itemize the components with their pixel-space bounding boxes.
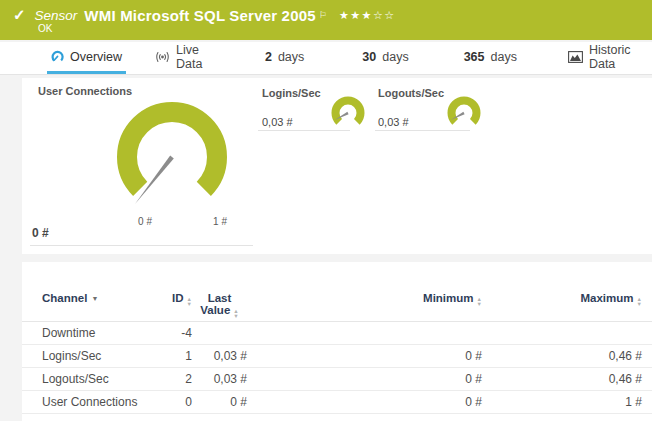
flag-icon[interactable]: ⚐ [319, 10, 327, 20]
gauge-scale-max: 1 # [205, 216, 235, 227]
maximum-value: 1 # [482, 395, 642, 409]
column-header-minimum[interactable]: Minimum▲▼ [247, 292, 482, 306]
channel-name: Logouts/Sec [42, 372, 162, 386]
channel-id: 0 [162, 395, 192, 409]
channel-name: Downtime [42, 326, 162, 340]
object-kind-label: Sensor [35, 8, 78, 23]
table-row-logouts-sec[interactable]: Logouts/Sec 2 0,03 # 0 # 0,46 # [22, 368, 652, 391]
logouts-gauge [444, 92, 484, 132]
tab-label: days [382, 50, 408, 64]
channel-name: Logins/Sec [42, 349, 162, 363]
priority-stars[interactable]: ★★★☆☆ [339, 9, 396, 22]
column-header-last-value[interactable]: Last Value▲▼ [192, 292, 247, 318]
broadcast-icon [155, 51, 170, 63]
tab-30-days[interactable]: 30 days [358, 42, 412, 74]
channel-table-header: Channel▼ ID▲▼ Last Value▲▼ Minimum▲▼ Max… [22, 262, 652, 322]
primary-gauge-value: 0 # [32, 226, 49, 240]
status-check-icon: ✓ [13, 6, 26, 24]
channel-table-panel: Channel▼ ID▲▼ Last Value▲▼ Minimum▲▼ Max… [22, 262, 652, 421]
tab-number: 2 [265, 50, 272, 64]
tab-label: Live Data [176, 43, 219, 71]
tab-live-data[interactable]: Live Data [151, 42, 223, 74]
column-label: Last Value [200, 292, 231, 316]
tab-2-days[interactable]: 2 days [261, 42, 308, 74]
area-chart-icon [568, 51, 583, 63]
logouts-gauge-value: 0,03 # [378, 116, 409, 128]
logins-gauge-title: Logins/Sec [262, 87, 321, 99]
sort-both-icon: ▲▼ [637, 297, 642, 306]
channel-id: 1 [162, 349, 192, 363]
minimum-value: 0 # [247, 372, 482, 386]
tab-historic-data[interactable]: Historic Data [564, 42, 652, 74]
sensor-status-text: OK [38, 23, 52, 34]
column-header-id[interactable]: ID▲▼ [162, 292, 192, 306]
tab-label: Historic Data [589, 43, 648, 71]
maximum-value: 0,46 # [482, 372, 642, 386]
column-header-channel[interactable]: Channel▼ [42, 292, 162, 304]
minimum-value: 0 # [247, 349, 482, 363]
minimum-value: 0 # [247, 395, 482, 409]
channel-id: 2 [162, 372, 192, 386]
tab-overview[interactable]: Overview [47, 42, 126, 74]
sort-both-icon: ▲▼ [233, 309, 238, 318]
tab-365-days[interactable]: 365 days [460, 42, 521, 74]
table-row-logins-sec[interactable]: Logins/Sec 1 0,03 # 0 # 0,46 # [22, 345, 652, 368]
user-connections-gauge [107, 90, 237, 230]
column-label: Minimum [423, 292, 473, 304]
column-label: Maximum [581, 292, 634, 304]
gauge-icon [51, 50, 64, 63]
divider [258, 130, 350, 131]
sensor-title: WMI Microsoft SQL Server 2005 [84, 7, 315, 24]
channel-id: -4 [162, 326, 192, 340]
gauge-scale-min: 0 # [130, 216, 160, 227]
table-row-downtime[interactable]: Downtime -4 [22, 322, 652, 345]
sensor-status-bar: ✓ Sensor WMI Microsoft SQL Server 2005 ⚐… [0, 0, 652, 40]
maximum-value: 0,46 # [482, 349, 642, 363]
column-label: Channel [42, 292, 87, 304]
divider [30, 245, 253, 246]
divider [375, 130, 470, 131]
tab-label: days [278, 50, 304, 64]
last-value: 0,03 # [192, 349, 247, 363]
logins-gauge [328, 92, 368, 132]
column-header-maximum[interactable]: Maximum▲▼ [482, 292, 642, 306]
sort-descending-icon: ▼ [91, 295, 98, 302]
tab-number: 365 [464, 50, 485, 64]
last-value: 0 # [192, 395, 247, 409]
tab-bar: Overview Live Data 2 days 30 days 365 da… [0, 42, 652, 75]
column-label: ID [172, 292, 184, 304]
overview-gauges-panel: User Connections 0 # 1 # 0 # Logins/Sec … [22, 78, 652, 254]
channel-name: User Connections [42, 395, 162, 409]
logouts-gauge-title: Logouts/Sec [378, 87, 444, 99]
tab-number: 30 [362, 50, 376, 64]
table-row-user-connections[interactable]: User Connections 0 0 # 0 # 1 # [22, 391, 652, 414]
last-value: 0,03 # [192, 372, 247, 386]
tab-label: Overview [70, 50, 122, 64]
tab-label: days [491, 50, 517, 64]
logins-gauge-value: 0,03 # [262, 116, 293, 128]
